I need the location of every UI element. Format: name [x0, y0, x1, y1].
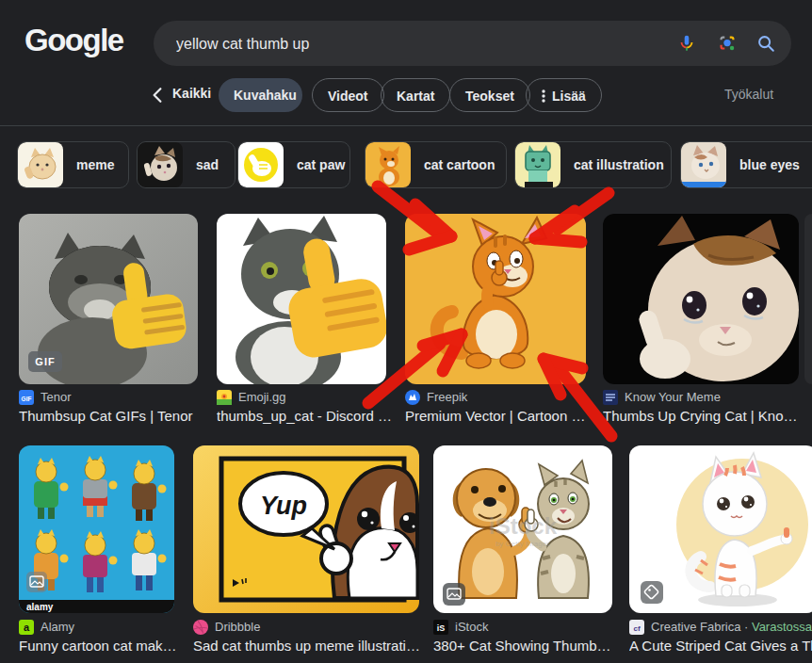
svg-text:Yup: Yup — [260, 492, 307, 520]
chip-label: cat cartoon — [411, 157, 507, 172]
lens-icon[interactable] — [717, 33, 738, 54]
source-name: Freepik — [427, 390, 467, 404]
chip-cat-illustration[interactable]: cat illustration — [514, 141, 672, 188]
creativefabrica-favicon: cf — [629, 620, 644, 635]
chip-label: cat paw — [284, 157, 350, 172]
source-name: Dribbble — [215, 620, 260, 634]
result-caption-freepik[interactable]: Freepik Premium Vector | Cartoon … — [405, 389, 590, 424]
result-image-emojigg[interactable] — [217, 214, 386, 384]
svg-text:by Getty Images: by Getty Images — [495, 540, 550, 548]
back-chevron-icon[interactable] — [151, 87, 164, 104]
result-image-creativefabrica[interactable] — [629, 445, 812, 613]
tools-button[interactable]: Työkalut — [724, 87, 773, 102]
freepik-favicon — [405, 390, 420, 405]
chip-meme[interactable]: meme — [17, 141, 129, 188]
tab-videot[interactable]: Videot — [312, 78, 384, 112]
chip-sad[interactable]: sad — [137, 141, 235, 188]
header: Google — [0, 0, 812, 126]
result-caption-istock[interactable]: iS iStock 380+ Cat Showing Thumb… — [433, 619, 617, 654]
source-separator: · — [740, 620, 752, 634]
result-caption-creativefabrica[interactable]: cf Creative Fabrica · Varastossa A Cute … — [629, 619, 812, 654]
istock-watermark: iStock by Getty Images — [489, 513, 558, 548]
photo-badge — [443, 583, 465, 606]
result-caption-alamy[interactable]: a Alamy Funny cartoon cat mak… — [19, 619, 188, 654]
more-vertical-icon — [542, 89, 545, 103]
result-tabs: Kaikki Kuvahaku Videot Kartat Teokset Li… — [0, 77, 812, 115]
result-image-dribbble[interactable]: Yup — [193, 445, 419, 613]
chip-cat-paw[interactable]: cat paw — [237, 141, 350, 188]
result-caption-kym[interactable]: Know Your Meme Thumbs Up Crying Cat | Kn… — [603, 389, 796, 424]
mic-icon[interactable] — [676, 33, 697, 54]
tag-badge — [641, 581, 663, 604]
orange-cartoon-cat-thumb — [365, 142, 411, 187]
alamy-watermark: alamy — [26, 602, 54, 612]
chip-label: meme — [63, 157, 127, 172]
chip-label: blue eyes — [726, 157, 812, 172]
knowyourmeme-favicon — [603, 390, 618, 405]
istock-favicon: iS — [433, 620, 448, 635]
google-logo[interactable]: Google — [24, 23, 123, 58]
result-image-istock[interactable]: iStock by Getty Images — [433, 445, 612, 613]
source-name: Alamy — [41, 620, 74, 634]
dribbble-favicon — [193, 620, 208, 635]
source-name: iStock — [455, 620, 488, 634]
tab-lisaa[interactable]: Lisää — [526, 78, 602, 112]
svg-text:GIF: GIF — [22, 395, 32, 401]
result-image-partial[interactable] — [804, 214, 812, 384]
tab-kaikki[interactable]: Kaikki — [172, 86, 211, 101]
result-title: 380+ Cat Showing Thumb… — [433, 638, 617, 654]
svg-text:iStock: iStock — [489, 513, 558, 539]
google-images-page: Google — [0, 0, 812, 663]
beige-cartoon-cat-thumb — [18, 142, 63, 187]
result-title: Thumbs Up Crying Cat | Kno… — [603, 408, 796, 424]
photo-badge — [26, 572, 47, 592]
yellow-circle-paw-thumb — [238, 142, 284, 187]
search-icon[interactable] — [755, 33, 776, 54]
tab-teokset[interactable]: Teokset — [449, 78, 530, 112]
chip-cat-cartoon[interactable]: cat cartoon — [365, 141, 507, 188]
source-stock-label: Varastossa — [752, 620, 812, 634]
result-image-freepik-annotated[interactable] — [405, 214, 586, 384]
teal-pixel-cat-thumb — [515, 142, 560, 187]
source-name: Know Your Meme — [625, 390, 721, 404]
result-title: thumbs_up_cat - Discord … — [217, 408, 391, 424]
result-image-tenor[interactable]: GIF — [19, 214, 198, 384]
search-input[interactable] — [174, 21, 630, 68]
result-caption-tenor[interactable]: GIF Tenor Thumbsup Cat GIFs | Tenor — [19, 389, 203, 424]
result-title: Premium Vector | Cartoon … — [405, 408, 590, 424]
tenor-favicon: GIF — [19, 390, 34, 405]
result-caption-dribbble[interactable]: Dribbble Sad cat thumbs up meme illustra… — [193, 619, 424, 654]
alamy-favicon: a — [19, 620, 34, 635]
result-title: A Cute Striped Cat Gives a Thu — [629, 638, 812, 654]
gif-badge: GIF — [28, 351, 62, 372]
result-title: Thumbsup Cat GIFs | Tenor — [19, 408, 203, 424]
source-name: Creative Fabrica — [651, 620, 740, 634]
svg-text:iS: iS — [437, 623, 446, 633]
source-name: Emoji.gg — [238, 390, 286, 404]
chip-label: sad — [183, 157, 232, 172]
result-image-alamy[interactable]: alamy — [19, 445, 174, 613]
result-title: Funny cartoon cat mak… — [19, 638, 188, 654]
source-name: Tenor — [41, 390, 72, 404]
emojigg-favicon — [217, 390, 232, 405]
cream-cat-photo-thumb — [681, 142, 726, 187]
svg-text:GIF: GIF — [35, 356, 55, 367]
tab-kuvahaku[interactable]: Kuvahaku — [219, 78, 302, 112]
svg-text:a: a — [24, 622, 30, 633]
chip-blue-eyes[interactable]: blue eyes — [680, 141, 812, 188]
chip-label: cat illustration — [560, 157, 672, 172]
result-caption-emojigg[interactable]: Emoji.gg thumbs_up_cat - Discord … — [217, 389, 391, 424]
result-title: Sad cat thumbs up meme illustrati… — [193, 638, 424, 654]
tab-kartat[interactable]: Kartat — [381, 78, 450, 112]
svg-text:cf: cf — [633, 623, 640, 632]
crying-cat-photo-thumb — [138, 142, 183, 187]
search-bar — [154, 21, 791, 66]
result-image-kym[interactable] — [603, 214, 799, 384]
